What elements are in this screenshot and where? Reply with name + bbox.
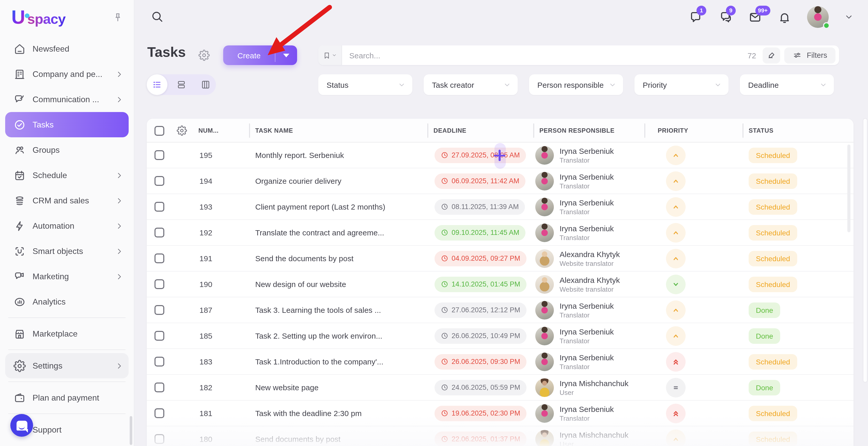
person-avatar[interactable] [535,327,554,345]
status-badge[interactable]: Scheduled [749,147,797,163]
person-name[interactable]: Iryna Mishchanchuk [560,430,628,439]
row-checkbox[interactable] [154,228,164,237]
task-name[interactable]: Client payment report (Last 2 months) [249,202,427,211]
person-name[interactable]: Iryna Mishchanchuk [560,379,628,387]
cards-view-button[interactable] [171,74,192,95]
list-view-button[interactable] [147,74,167,95]
person-avatar[interactable] [535,352,554,371]
task-name[interactable]: Task 1.Introduction to the company'... [249,357,427,366]
person-avatar[interactable] [535,404,554,422]
status-badge[interactable]: Done [749,302,780,318]
create-task-button[interactable]: Create [223,45,297,65]
task-name[interactable]: New website page [249,383,427,392]
global-search-icon[interactable] [150,10,164,23]
clear-filters-eraser-button[interactable] [762,47,780,63]
task-name[interactable]: Task 2. Setting up the work environ... [249,332,427,340]
deadline-pill[interactable]: 27.09.2025, 08:05 AM [435,147,526,163]
search-input[interactable] [342,51,748,60]
priority-highest-icon[interactable] [666,352,686,371]
column-header-task-name[interactable]: TASK NAME [249,119,427,142]
person-avatar[interactable] [535,430,554,446]
filter-dropdown-status[interactable]: Status [318,74,412,95]
person-name[interactable]: Iryna Serbeniuk [560,198,614,207]
task-name[interactable]: Organize courier delivery [249,176,427,185]
deadline-pill[interactable]: 04.09.2025, 09:27 PM [435,251,526,266]
task-name[interactable]: Monthly report. Serbeniuk [249,151,427,160]
sidebar-item-settings[interactable]: Settings [5,353,129,378]
priority-high-icon[interactable] [666,300,686,320]
person-avatar[interactable] [535,249,554,268]
sidebar-item-smart-objects[interactable]: Smart objects [5,239,129,264]
filter-dropdown-deadline[interactable]: Deadline [740,74,834,95]
sidebar-item-schedule[interactable]: Schedule [5,163,129,188]
status-badge[interactable]: Scheduled [749,276,797,292]
column-settings-gear-icon[interactable] [177,126,187,136]
table-row[interactable]: 191 Send the documents by post 04.09.202… [147,246,854,272]
sidebar-item-plan-and-payment[interactable]: Plan and payment [5,385,129,410]
priority-high-icon[interactable] [666,223,686,242]
filter-dropdown-task-creator[interactable]: Task creator [424,74,518,95]
person-avatar[interactable] [535,198,554,216]
table-row[interactable]: 194 Organize courier delivery 06.09.2025… [147,168,854,194]
filter-dropdown-priority[interactable]: Priority [634,74,728,95]
row-checkbox[interactable] [154,434,164,444]
row-checkbox[interactable] [154,150,164,160]
row-checkbox[interactable] [154,331,164,341]
sidebar-item-tasks[interactable]: Tasks [5,112,129,137]
page-scrollbar[interactable] [863,119,867,382]
select-all-checkbox[interactable] [154,126,164,136]
person-name[interactable]: Iryna Serbeniuk [560,224,614,233]
uspacy-logo[interactable]: U spacy [11,7,66,28]
status-badge[interactable]: Scheduled [749,431,797,446]
deadline-pill[interactable]: 19.06.2025, 02:30 PM [435,406,526,421]
group-chats-icon[interactable]: 9 [719,10,733,24]
row-checkbox[interactable] [154,408,164,418]
task-name[interactable]: Send documents by post [249,435,427,443]
sidebar-item-marketing[interactable]: Marketing [5,264,129,289]
sidebar-item-crm-and-sales[interactable]: CRM and sales [5,188,129,213]
sidebar-item-marketplace[interactable]: Marketplace [5,321,129,346]
row-checkbox[interactable] [154,279,164,289]
status-badge[interactable]: Scheduled [749,225,797,240]
table-row[interactable]: 192 Translate the contract and agreeme..… [147,220,854,246]
status-badge[interactable]: Scheduled [749,354,797,369]
status-badge[interactable]: Scheduled [749,406,797,421]
task-name[interactable]: New design of our website [249,280,427,288]
sidebar-item-communication[interactable]: Communication ... [5,87,129,112]
sidebar-item-groups[interactable]: Groups [5,137,129,163]
user-avatar[interactable] [807,6,829,28]
person-avatar[interactable] [535,378,554,397]
task-name[interactable]: Task with the deadline 2:30 pm [249,409,427,418]
create-dropdown-caret[interactable] [275,54,297,57]
person-avatar[interactable] [535,146,554,164]
direct-messages-icon[interactable]: 1 [689,10,703,24]
status-badge[interactable]: Scheduled [749,199,797,214]
row-checkbox[interactable] [154,305,164,315]
deadline-pill[interactable]: 24.06.2025, 05:59 PM [435,380,526,395]
status-badge[interactable]: Done [749,328,780,344]
priority-high-icon[interactable] [666,145,686,165]
sidebar-item-company-and-pe[interactable]: Company and pe... [5,61,129,87]
priority-low-icon[interactable] [666,274,686,294]
deadline-pill[interactable]: 27.06.2025, 12:12 PM [435,302,526,318]
table-row[interactable]: 180 Send documents by post 22.06.2025, 0… [147,426,854,446]
deadline-pill[interactable]: 14.10.2025, 01:45 PM [435,276,526,292]
row-checkbox[interactable] [154,176,164,186]
task-name[interactable]: Translate the contract and agreeme... [249,228,427,237]
user-menu-chevron-icon[interactable] [844,12,854,22]
priority-high-icon[interactable] [666,171,686,191]
deadline-pill[interactable]: 09.10.2025, 11:45 AM [435,225,525,240]
tasks-settings-gear-icon[interactable] [198,49,210,61]
person-name[interactable]: Iryna Serbeniuk [560,301,614,310]
person-name[interactable]: Iryna Serbeniuk [560,172,614,181]
person-avatar[interactable] [535,301,554,319]
priority-high-icon[interactable] [666,197,686,216]
sidebar-item-automation[interactable]: Automation [5,213,129,239]
column-header-deadline[interactable]: DEADLINE [427,119,533,142]
column-header-person-responsible[interactable]: PERSON RESPONSIBLE [533,119,644,142]
support-chat-fab[interactable] [10,414,33,437]
priority-high-icon[interactable] [666,248,686,268]
sidebar-scrollbar[interactable] [130,416,132,445]
person-avatar[interactable] [535,275,554,294]
person-name[interactable]: Alexandra Khytyk [560,249,620,259]
